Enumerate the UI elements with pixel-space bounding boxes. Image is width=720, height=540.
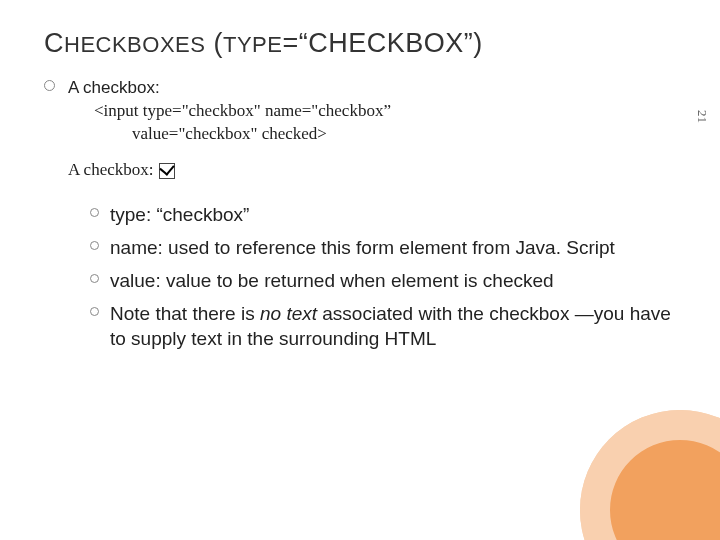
bullet-icon [90,274,99,283]
list-item: name: used to reference this form elemen… [90,235,676,260]
page-number: 21 [694,110,710,123]
code-sample: <input type="checkbox" name="checkbox” v… [68,100,676,146]
decorative-circle [580,410,720,540]
slide-title: CHECKBOXES (TYPE=“CHECKBOX”) [44,28,676,59]
list-item: type: “checkbox” [90,202,676,227]
list-item: value: value to be returned when element… [90,268,676,293]
bullet-icon [90,241,99,250]
example-label: A checkbox: [68,160,153,180]
code-line: value="checkbox" checked> [68,123,676,146]
rendered-example: A checkbox: [68,160,676,180]
bullet-icon [90,307,99,316]
bullet-icon [44,80,55,91]
attribute-list: type: “checkbox” name: used to reference… [90,202,676,351]
intro-label: A checkbox: [68,77,676,100]
code-line: <input type="checkbox" name="checkbox” [68,100,676,123]
bullet-icon [90,208,99,217]
checkbox-icon [159,163,175,179]
slide: CHECKBOXES (TYPE=“CHECKBOX”) A checkbox:… [0,0,720,540]
intro-bullet: A checkbox: <input type="checkbox" name=… [44,77,676,146]
list-item: Note that there is no text associated wi… [90,301,676,351]
